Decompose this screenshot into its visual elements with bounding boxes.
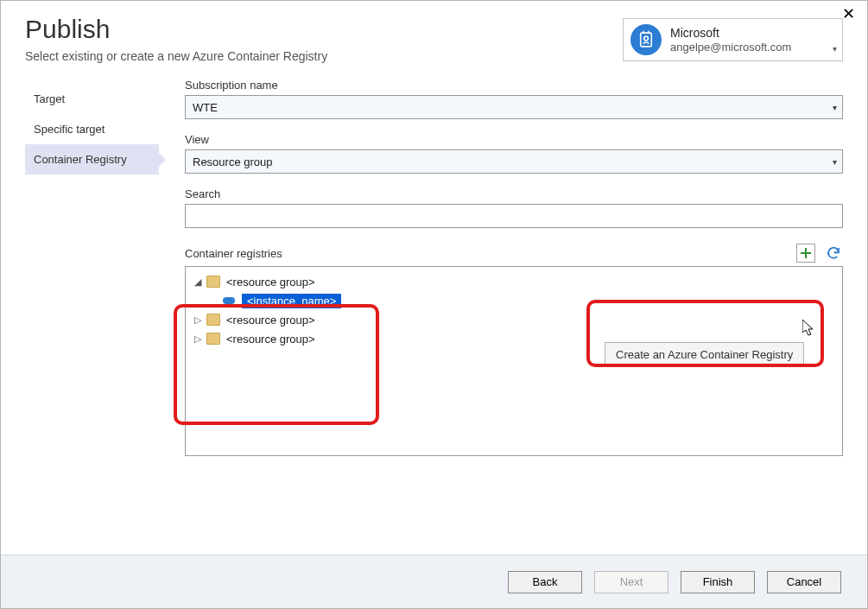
view-value: Resource group (193, 155, 273, 168)
search-input[interactable] (185, 204, 843, 228)
back-button[interactable]: Back (508, 571, 582, 593)
sidebar-item-specific-target[interactable]: Specific target (25, 114, 159, 144)
publish-dialog: ✕ Publish Select existing or create a ne… (0, 0, 868, 609)
view-select[interactable]: Resource group ▾ (185, 149, 843, 174)
account-selector[interactable]: Microsoft angelpe@microsoft.com ▾ (623, 18, 843, 61)
svg-point-1 (644, 36, 649, 41)
plus-icon (800, 247, 812, 259)
chevron-down-icon: ▾ (833, 44, 837, 54)
chevron-down-icon: ▾ (833, 103, 837, 112)
expand-icon[interactable]: ▷ (193, 333, 203, 345)
page-title: Publish (25, 15, 623, 44)
refresh-icon (826, 245, 841, 261)
folder-icon (206, 276, 220, 288)
tree-label-selected: <instance_name> (242, 294, 341, 308)
add-registry-button[interactable] (796, 244, 815, 263)
next-button: Next (594, 571, 668, 593)
tree-node-instance[interactable]: <instance_name> (193, 291, 835, 310)
folder-icon (206, 314, 220, 326)
folder-icon (206, 333, 220, 345)
tree-node-resource-group[interactable]: ◢ <resource group> (193, 272, 835, 291)
container-registries-label: Container registries (185, 247, 791, 260)
main-panel: Subscription name WTE ▾ View Resource gr… (185, 75, 843, 456)
refresh-button[interactable] (824, 244, 843, 263)
container-registry-icon (222, 295, 236, 306)
close-icon[interactable]: ✕ (842, 6, 855, 22)
subscription-value: WTE (193, 101, 218, 114)
cancel-button[interactable]: Cancel (767, 571, 841, 593)
account-badge-icon (630, 24, 662, 55)
subscription-label: Subscription name (185, 79, 843, 92)
account-name: Microsoft (670, 26, 791, 41)
dialog-footer: Back Next Finish Cancel (1, 555, 867, 608)
tree-label: <resource group> (226, 333, 315, 346)
tree-label: <resource group> (226, 276, 315, 289)
sidebar-item-container-registry[interactable]: Container Registry (25, 144, 159, 174)
page-subtitle: Select existing or create a new Azure Co… (25, 49, 623, 63)
finish-button[interactable]: Finish (681, 571, 755, 593)
wizard-steps-sidebar: Target Specific target Container Registr… (25, 75, 159, 456)
collapse-icon[interactable]: ◢ (193, 276, 203, 288)
search-label: Search (185, 187, 843, 200)
chevron-down-icon: ▾ (833, 157, 837, 167)
tree-label: <resource group> (226, 314, 315, 327)
account-email: angelpe@microsoft.com (670, 41, 791, 54)
expand-icon[interactable]: ▷ (193, 314, 203, 326)
sidebar-item-target[interactable]: Target (25, 84, 159, 114)
view-label: View (185, 133, 843, 146)
tooltip-create-registry: Create an Azure Container Registry (605, 342, 804, 367)
tree-node-resource-group[interactable]: ▷ <resource group> (193, 310, 835, 329)
subscription-select[interactable]: WTE ▾ (185, 95, 843, 119)
